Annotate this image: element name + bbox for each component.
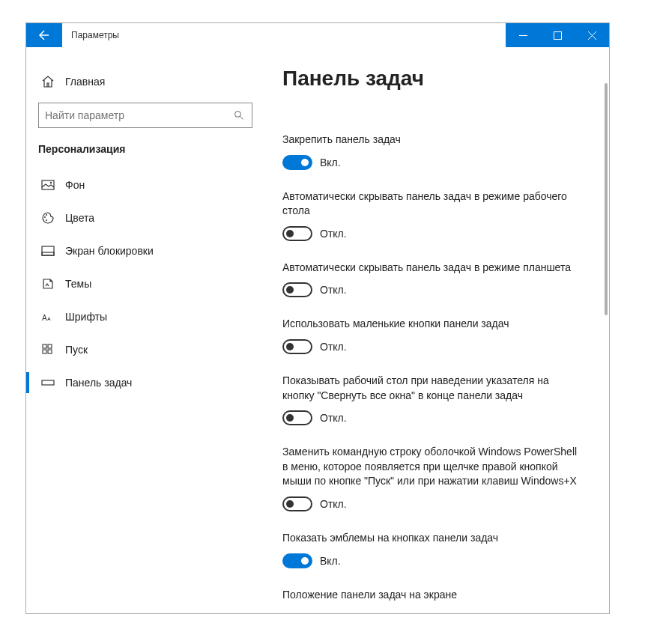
next-setting-heading: Положение панели задач на экране	[282, 588, 582, 603]
setting-item: Показать эмблемы на кнопках панели задач…	[282, 531, 591, 568]
sidebar-item-label: Цвета	[65, 212, 94, 224]
svg-text:ᴀ: ᴀ	[47, 315, 51, 322]
toggle-switch[interactable]	[282, 410, 312, 425]
svg-point-10	[46, 219, 47, 221]
svg-rect-18	[48, 350, 52, 353]
svg-rect-6	[42, 180, 54, 189]
toggle-state-label: Откл.	[320, 498, 347, 510]
setting-label: Использовать маленькие кнопки панели зад…	[282, 317, 582, 332]
svg-point-8	[44, 216, 46, 218]
toggle-state-label: Вкл.	[320, 555, 341, 567]
sidebar-section-header: Персонализация	[38, 143, 252, 155]
setting-label: Закрепить панель задач	[282, 133, 582, 148]
setting-item: Автоматически скрывать панель задач в ре…	[282, 261, 591, 298]
sidebar-item-background[interactable]: Фон	[38, 168, 252, 201]
start-icon	[41, 343, 55, 356]
toggle-state-label: Откл.	[320, 284, 347, 296]
setting-item: Показывать рабочий стол при наведении ук…	[282, 374, 591, 425]
sidebar-item-label: Панель задач	[65, 377, 132, 389]
svg-point-4	[235, 112, 241, 118]
window-title: Параметры	[62, 23, 506, 47]
nav-home[interactable]: Главная	[38, 65, 252, 98]
svg-text:A: A	[42, 314, 47, 322]
picture-icon	[41, 178, 55, 192]
svg-rect-1	[554, 31, 561, 39]
toggle-row: Откл.	[282, 496, 591, 511]
toggle-switch[interactable]	[282, 155, 312, 170]
svg-rect-11	[42, 246, 54, 255]
toggle-state-label: Вкл.	[320, 157, 341, 168]
svg-point-7	[50, 182, 52, 183]
sidebar-item-fonts[interactable]: A ᴀ Шрифты	[38, 300, 252, 333]
arrow-left-icon	[38, 29, 50, 41]
scrollbar[interactable]	[605, 83, 608, 606]
lockscreen-icon	[41, 244, 55, 258]
toggle-state-label: Откл.	[320, 228, 347, 240]
sidebar-item-label: Шрифты	[65, 311, 107, 323]
toggle-switch[interactable]	[282, 496, 312, 511]
sidebar-item-colors[interactable]: Цвета	[38, 201, 252, 234]
palette-icon	[41, 211, 55, 225]
sidebar-item-label: Пуск	[65, 344, 88, 356]
close-button[interactable]	[575, 23, 609, 47]
maximize-icon	[554, 31, 562, 40]
svg-point-9	[46, 214, 47, 216]
fonts-icon: A ᴀ	[41, 310, 55, 323]
toggle-switch[interactable]	[282, 553, 312, 568]
content-panel: Панель задач Закрепить панель задачВкл.А…	[264, 47, 609, 613]
toggle-state-label: Откл.	[320, 412, 347, 424]
titlebar: Параметры	[26, 23, 609, 47]
search-input[interactable]	[45, 109, 232, 121]
setting-item: Использовать маленькие кнопки панели зад…	[282, 317, 591, 354]
toggle-switch[interactable]	[282, 282, 312, 297]
back-button[interactable]	[26, 23, 62, 47]
toggle-switch[interactable]	[282, 226, 312, 241]
page-title: Панель задач	[282, 67, 591, 91]
svg-rect-12	[42, 252, 54, 255]
toggle-state-label: Откл.	[320, 341, 347, 353]
setting-label: Автоматически скрывать панель задач в ре…	[282, 261, 582, 276]
taskbar-icon	[41, 376, 55, 389]
sidebar-item-taskbar[interactable]: Панель задач	[38, 366, 252, 399]
toggle-row: Вкл.	[282, 155, 591, 170]
window-controls	[506, 23, 609, 47]
svg-line-5	[240, 117, 243, 120]
toggle-row: Откл.	[282, 339, 591, 354]
sidebar-item-label: Экран блокировки	[65, 245, 154, 257]
setting-label: Заменить командную строку оболочкой Wind…	[282, 445, 582, 489]
setting-label: Автоматически скрывать панель задач в ре…	[282, 189, 582, 219]
toggle-switch[interactable]	[282, 339, 312, 354]
sidebar-item-start[interactable]: Пуск	[38, 333, 252, 366]
toggle-row: Откл.	[282, 282, 591, 297]
sidebar-item-themes[interactable]: Темы	[38, 267, 252, 300]
scrollbar-thumb[interactable]	[605, 83, 608, 315]
toggle-row: Откл.	[282, 410, 591, 425]
window-body: Главная Персонализация	[26, 47, 609, 613]
settings-window: Параметры	[25, 22, 610, 614]
home-icon	[41, 75, 55, 88]
minimize-icon	[519, 31, 527, 40]
sidebar-item-label: Фон	[65, 179, 85, 191]
sidebar: Главная Персонализация	[26, 47, 264, 613]
svg-rect-16	[48, 344, 52, 348]
svg-rect-17	[43, 350, 46, 353]
setting-item: Закрепить панель задачВкл.	[282, 133, 591, 170]
toggle-row: Откл.	[282, 226, 591, 241]
nav-home-label: Главная	[65, 76, 105, 88]
search-box[interactable]	[38, 103, 252, 128]
setting-label: Показывать рабочий стол при наведении ук…	[282, 374, 582, 403]
toggle-row: Вкл.	[282, 553, 591, 568]
themes-icon	[41, 277, 55, 291]
svg-rect-19	[42, 380, 54, 385]
setting-item: Автоматически скрывать панель задач в ре…	[282, 189, 591, 241]
sidebar-item-label: Темы	[65, 278, 91, 290]
svg-rect-15	[43, 344, 46, 348]
setting-label: Показать эмблемы на кнопках панели задач	[282, 531, 582, 546]
close-icon	[588, 31, 596, 40]
maximize-button[interactable]	[540, 23, 575, 47]
sidebar-item-lockscreen[interactable]: Экран блокировки	[38, 234, 252, 267]
setting-item: Заменить командную строку оболочкой Wind…	[282, 445, 591, 511]
search-icon	[232, 109, 246, 122]
minimize-button[interactable]	[506, 23, 540, 47]
